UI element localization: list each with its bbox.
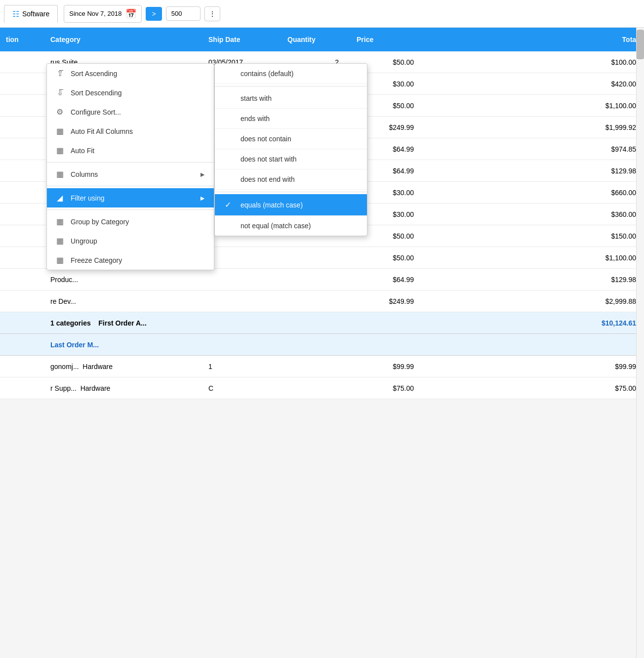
filter-submenu: contains (default) starts with ends with… (214, 63, 367, 236)
columns-icon: ▦ (55, 169, 65, 179)
td-category: re Dev... (44, 297, 202, 305)
menu-label-ungroup: Ungroup (71, 237, 97, 245)
td-total: $1,100.00 (420, 254, 644, 262)
th-shipdate[interactable]: Ship Date (202, 28, 282, 51)
menu-label-sort-desc: Sort Descending (71, 89, 122, 97)
filter-icon: ◢ (55, 193, 65, 203)
th-price[interactable]: Price (351, 28, 420, 51)
table-row[interactable]: Produc... $64.99 $129.98 (0, 269, 644, 290)
filter-label-ends-with: ends with (241, 115, 270, 123)
order-label: Last Order M... (44, 341, 105, 349)
tab-label: Software (22, 10, 49, 18)
scroll-thumb[interactable] (637, 30, 644, 59)
menu-label-freeze-category: Freeze Category (71, 256, 122, 264)
submenu-arrow-icon: ► (199, 194, 206, 202)
hw-table-row[interactable]: gonomj... Hardware 1 $99.99 $99.99 (0, 356, 644, 377)
td-price: $249.99 (351, 297, 420, 305)
filter-separator-2 (215, 86, 367, 86)
summary-label2: First Order A... (98, 319, 147, 327)
table-header: tion Category Ship Date Quantity Price T… (0, 28, 644, 51)
menu-label-configure-sort: Configure Sort... (71, 108, 121, 116)
software-tab[interactable]: ☷ Software (4, 5, 58, 23)
freeze-icon: ▦ (55, 255, 65, 265)
sort-asc-icon: ⇧̅ (55, 69, 65, 78)
menu-label-auto-fit-all: Auto Fit All Columns (71, 127, 133, 135)
menu-item-freeze-category[interactable]: ▦ Freeze Category (47, 250, 214, 270)
menu-item-sort-asc[interactable]: ⇧̅ Sort Ascending (47, 64, 214, 83)
ungroup-icon: ▦ (55, 236, 65, 246)
th-quantity[interactable]: Quantity (282, 28, 351, 51)
menu-item-auto-fit-all[interactable]: ▦ Auto Fit All Columns (47, 122, 214, 141)
td-total: $2,999.88 (420, 297, 644, 305)
menu-item-configure-sort[interactable]: ⚙ Configure Sort... (47, 102, 214, 122)
count-input[interactable] (166, 6, 201, 21)
filter-label-contains: contains (default) (241, 70, 293, 78)
th-category-label: Category (50, 36, 80, 43)
tab-icon: ☷ (12, 9, 19, 19)
filter-item-does-not-end-with[interactable]: does not end with (215, 169, 367, 190)
filter-item-ends-with[interactable]: ends with (215, 109, 367, 129)
filter-label-not-equal-match-case: not equal (match case) (241, 222, 311, 230)
td-category: r Supp... Hardware (44, 384, 202, 392)
filter-item-equals-match-case[interactable]: ✓ equals (match case) (215, 194, 367, 216)
menu-separator (47, 209, 214, 210)
th-shipdate-label: Ship Date (208, 36, 241, 43)
summary-category: 1 categories First Order A... (44, 319, 202, 327)
context-menu: ⇧̅ Sort Ascending ⇩̅ Sort Descending ⚙ C… (46, 63, 214, 270)
th-action-label: tion (6, 36, 19, 43)
submenu-arrow-icon: ► (199, 170, 206, 178)
menu-label-columns: Columns (71, 170, 98, 178)
th-quantity-label: Quantity (287, 36, 316, 43)
filter-item-starts-with[interactable]: starts with (215, 88, 367, 109)
filter-item-not-equal-match-case[interactable]: not equal (match case) (215, 216, 367, 236)
filter-separator (215, 192, 367, 192)
td-total: $360.00 (420, 210, 644, 218)
expand-button[interactable]: ⋮ (204, 6, 220, 21)
nav-button[interactable]: > (146, 7, 161, 21)
table-row[interactable]: re Dev... $249.99 $2,999.88 (0, 290, 644, 312)
order-row: Last Order M... (0, 334, 644, 356)
td-price: $64.99 (351, 276, 420, 284)
filter-item-does-not-contain[interactable]: does not contain (215, 129, 367, 149)
td-price: $75.00 (351, 384, 420, 392)
th-action[interactable]: tion (0, 28, 44, 51)
td-price: $99.99 (351, 363, 420, 370)
menu-item-sort-desc[interactable]: ⇩̅ Sort Descending (47, 83, 214, 102)
auto-fit-icon: ▦ (55, 146, 65, 155)
filter-item-does-not-start-with[interactable]: does not start with (215, 149, 367, 169)
menu-label-sort-asc: Sort Ascending (71, 70, 117, 78)
group-icon: ▦ (55, 217, 65, 226)
filter-item-contains[interactable]: contains (default) (215, 64, 367, 84)
filter-label-equals-match-case: equals (match case) (241, 201, 303, 209)
menu-label-auto-fit: Auto Fit (71, 147, 94, 155)
td-total: $150.00 (420, 232, 644, 240)
hw-table-row[interactable]: r Supp... Hardware C $75.00 $75.00 (0, 377, 644, 399)
filter-label-does-not-contain: does not contain (241, 135, 291, 143)
td-shipdate: 1 (202, 363, 282, 370)
scrollbar[interactable] (636, 28, 644, 658)
td-category: Produc... (44, 276, 202, 284)
th-total[interactable]: Total (420, 28, 644, 51)
td-total: $129.98 (420, 167, 644, 175)
td-total: $974.85 (420, 145, 644, 153)
menu-label-group-by-category: Group by Category (71, 218, 129, 226)
menu-item-columns[interactable]: ▦ Columns ► (47, 164, 214, 184)
hardware-section: gonomj... Hardware 1 $99.99 $99.99 r Sup… (0, 356, 644, 399)
summary-total: $10,124.61 (420, 319, 644, 327)
td-category: gonomj... Hardware (44, 363, 202, 370)
toolbar: ☷ Software Since Nov 7, 2018 📅 > ⋮ (0, 0, 644, 28)
th-category[interactable]: Category (44, 28, 202, 51)
menu-separator (47, 186, 214, 186)
sort-desc-icon: ⇩̅ (55, 88, 65, 97)
date-filter[interactable]: Since Nov 7, 2018 📅 (64, 5, 142, 23)
configure-sort-icon: ⚙ (55, 107, 65, 117)
menu-item-filter-using[interactable]: ◢ Filter using ► (47, 188, 214, 207)
filter-label-starts-with: starts with (241, 94, 272, 102)
calendar-icon: 📅 (125, 8, 136, 19)
td-total: $100.00 (420, 58, 644, 66)
menu-item-group-by-category[interactable]: ▦ Group by Category (47, 212, 214, 231)
menu-item-auto-fit[interactable]: ▦ Auto Fit (47, 141, 214, 160)
menu-item-ungroup[interactable]: ▦ Ungroup (47, 231, 214, 250)
date-filter-text: Since Nov 7, 2018 (69, 10, 121, 17)
td-price: $50.00 (351, 254, 420, 262)
